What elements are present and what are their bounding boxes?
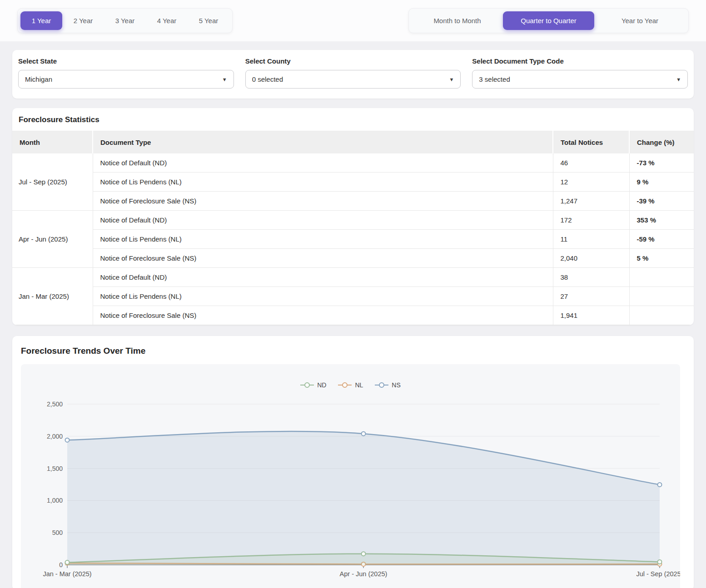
doc-type-dropdown[interactable]: 3 selected ▼ — [472, 70, 688, 89]
month-cell: Jul - Sep (2025) — [12, 153, 93, 211]
doc-type-cell: Notice of Foreclosure Sale (NS) — [93, 192, 553, 211]
month-cell: Apr - Jun (2025) — [12, 211, 93, 268]
total-notices-cell: 2,040 — [553, 249, 629, 268]
legend-item-NS[interactable]: NS — [375, 381, 400, 389]
svg-text:Jan - Mar (2025): Jan - Mar (2025) — [43, 570, 91, 578]
quarter-to-quarter-button[interactable]: Quarter to Quarter — [503, 11, 594, 30]
doc-type-dropdown-value: 3 selected — [479, 75, 510, 83]
doc-type-cell: Notice of Default (ND) — [93, 153, 553, 173]
table-row: Notice of Lis Pendens (NL) 12 9 % — [12, 173, 694, 192]
column-header-total-notices: Total Notices — [553, 131, 629, 154]
doc-type-cell: Notice of Default (ND) — [93, 211, 553, 230]
svg-text:1,000: 1,000 — [47, 497, 63, 504]
table-row: Notice of Lis Pendens (NL) 11 -59 % — [12, 230, 694, 249]
change-cell: 5 % — [629, 249, 694, 268]
select-state-label: Select State — [18, 57, 234, 65]
svg-text:1,500: 1,500 — [47, 465, 63, 472]
column-header-change: Change (%) — [629, 131, 694, 154]
compare-button-group: Month to Month Quarter to Quarter Year t… — [408, 8, 689, 33]
month-cell: Jan - Mar (2025) — [12, 268, 93, 325]
toolbar: 1 Year 2 Year 3 Year 4 Year 5 Year Month… — [0, 0, 706, 41]
year-to-year-button[interactable]: Year to Year — [594, 11, 686, 30]
table-row: Jan - Mar (2025) Notice of Default (ND) … — [12, 268, 694, 287]
state-dropdown[interactable]: Michigan ▼ — [18, 70, 234, 89]
table-header-row: Month Document Type Total Notices Change… — [12, 131, 694, 154]
total-notices-cell: 46 — [553, 153, 629, 173]
series-marker-icon — [300, 382, 314, 388]
total-notices-cell: 38 — [553, 268, 629, 287]
trends-chart-canvas: 05001,0001,5002,0002,500Jan - Mar (2025)… — [21, 364, 680, 588]
svg-text:2,000: 2,000 — [47, 433, 63, 440]
table-row: Jul - Sep (2025) Notice of Default (ND) … — [12, 153, 694, 173]
total-notices-cell: 12 — [553, 173, 629, 192]
legend-item-NL[interactable]: NL — [338, 381, 363, 389]
statistics-table: Month Document Type Total Notices Change… — [12, 131, 694, 325]
svg-text:0: 0 — [59, 561, 63, 568]
filters-panel: Select State Michigan ▼ Select County 0 … — [12, 50, 694, 99]
county-dropdown[interactable]: 0 selected ▼ — [245, 70, 461, 89]
county-dropdown-value: 0 selected — [252, 75, 283, 83]
trends-chart: ND NL NS 05001,0001,5002,0002,500Jan - M… — [21, 364, 680, 588]
svg-text:500: 500 — [52, 529, 63, 536]
table-row: Notice of Lis Pendens (NL) 27 — [12, 287, 694, 306]
period-1-year-button[interactable]: 1 Year — [20, 11, 62, 30]
doc-type-cell: Notice of Foreclosure Sale (NS) — [93, 249, 553, 268]
doc-type-cell: Notice of Lis Pendens (NL) — [93, 230, 553, 249]
svg-text:2,500: 2,500 — [47, 400, 63, 408]
column-header-month: Month — [12, 131, 93, 154]
chart-legend: ND NL NS — [21, 381, 680, 389]
total-notices-cell: 1,247 — [553, 192, 629, 211]
total-notices-cell: 11 — [553, 230, 629, 249]
table-row: Notice of Foreclosure Sale (NS) 1,941 — [12, 306, 694, 325]
chevron-down-icon: ▼ — [222, 77, 227, 82]
period-3-year-button[interactable]: 3 Year — [104, 11, 146, 30]
statistics-title: Foreclosure Statistics — [12, 108, 694, 131]
total-notices-cell: 27 — [553, 287, 629, 306]
doc-type-cell: Notice of Foreclosure Sale (NS) — [93, 306, 553, 325]
change-cell: 353 % — [629, 211, 694, 230]
period-button-group: 1 Year 2 Year 3 Year 4 Year 5 Year — [17, 8, 233, 33]
table-row: Notice of Foreclosure Sale (NS) 1,247 -3… — [12, 192, 694, 211]
total-notices-cell: 172 — [553, 211, 629, 230]
chevron-down-icon: ▼ — [449, 77, 454, 82]
chevron-down-icon: ▼ — [676, 77, 681, 82]
trends-panel: Foreclosure Trends Over Time ND NL NS 05… — [12, 336, 694, 588]
period-5-year-button[interactable]: 5 Year — [188, 11, 229, 30]
legend-label: NL — [355, 381, 363, 389]
change-cell — [629, 287, 694, 306]
change-cell — [629, 306, 694, 325]
column-header-document-type: Document Type — [93, 131, 553, 154]
series-marker-icon — [338, 382, 352, 388]
series-marker-icon — [375, 382, 388, 388]
period-2-year-button[interactable]: 2 Year — [62, 11, 104, 30]
doc-type-cell: Notice of Lis Pendens (NL) — [93, 287, 553, 306]
total-notices-cell: 1,941 — [553, 306, 629, 325]
table-row: Apr - Jun (2025) Notice of Default (ND) … — [12, 211, 694, 230]
table-row: Notice of Foreclosure Sale (NS) 2,040 5 … — [12, 249, 694, 268]
select-doc-type-label: Select Document Type Code — [472, 57, 688, 65]
change-cell: 9 % — [629, 173, 694, 192]
change-cell — [629, 268, 694, 287]
legend-label: NS — [392, 381, 400, 389]
select-county-label: Select County — [245, 57, 461, 65]
doc-type-cell: Notice of Lis Pendens (NL) — [93, 173, 553, 192]
legend-label: ND — [317, 381, 326, 389]
legend-item-ND[interactable]: ND — [300, 381, 326, 389]
svg-text:Jul - Sep (2025): Jul - Sep (2025) — [636, 570, 680, 578]
trends-title: Foreclosure Trends Over Time — [12, 336, 694, 364]
doc-type-cell: Notice of Default (ND) — [93, 268, 553, 287]
svg-text:Apr - Jun (2025): Apr - Jun (2025) — [340, 570, 388, 578]
change-cell: -39 % — [629, 192, 694, 211]
change-cell: -59 % — [629, 230, 694, 249]
period-4-year-button[interactable]: 4 Year — [146, 11, 188, 30]
change-cell: -73 % — [629, 153, 694, 173]
state-dropdown-value: Michigan — [25, 75, 52, 83]
statistics-panel: Foreclosure Statistics Month Document Ty… — [12, 108, 694, 325]
month-to-month-button[interactable]: Month to Month — [412, 11, 503, 30]
